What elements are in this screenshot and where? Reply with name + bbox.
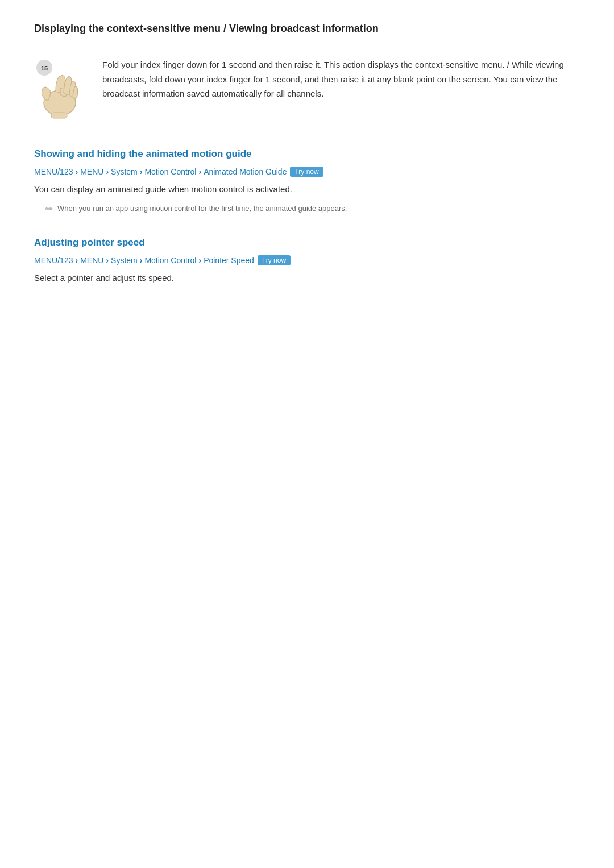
page-title: Displaying the context-sensitive menu / … <box>34 23 580 40</box>
breadcrumb-sep-4: › <box>198 167 201 176</box>
breadcrumb-sep-3: › <box>140 167 143 176</box>
breadcrumb2-item-menu123[interactable]: MENU/123 <box>34 256 73 265</box>
section1-note: ✏ When you run an app using motion contr… <box>34 203 580 214</box>
breadcrumb2-sep-2: › <box>106 256 109 265</box>
try-now-badge-2[interactable]: Try now <box>258 255 291 265</box>
try-now-badge-1[interactable]: Try now <box>290 167 323 177</box>
breadcrumb-item-system[interactable]: System <box>111 167 138 176</box>
breadcrumb-item-menu123[interactable]: MENU/123 <box>34 167 73 176</box>
section2-breadcrumb: MENU/123 › MENU › System › Motion Contro… <box>34 255 580 265</box>
hand-icon: 15 <box>34 57 85 120</box>
breadcrumb-item-animated-motion-guide[interactable]: Animated Motion Guide <box>204 167 287 176</box>
breadcrumb2-sep-1: › <box>75 256 78 265</box>
svg-text:15: 15 <box>41 65 48 72</box>
section2-description: Select a pointer and adjust its speed. <box>34 271 580 285</box>
section1-note-text: When you run an app using motion control… <box>57 203 347 214</box>
breadcrumb-sep-2: › <box>106 167 109 176</box>
breadcrumb2-item-system[interactable]: System <box>111 256 138 265</box>
section2-title: Adjusting pointer speed <box>34 237 580 248</box>
intro-section: 15 Fold your index finger down for 1 sec… <box>34 57 580 120</box>
breadcrumb2-item-motion-control[interactable]: Motion Control <box>144 256 196 265</box>
section1-title: Showing and hiding the animated motion g… <box>34 148 580 160</box>
svg-rect-3 <box>51 113 67 118</box>
pencil-icon: ✏ <box>45 203 53 214</box>
breadcrumb2-item-menu[interactable]: MENU <box>80 256 103 265</box>
intro-description: Fold your index finger down for 1 second… <box>102 57 580 101</box>
breadcrumb-sep-1: › <box>75 167 78 176</box>
breadcrumb-item-motion-control[interactable]: Motion Control <box>144 167 196 176</box>
section1-breadcrumb: MENU/123 › MENU › System › Motion Contro… <box>34 167 580 177</box>
section-pointer-speed: Adjusting pointer speed MENU/123 › MENU … <box>34 237 580 285</box>
breadcrumb-item-menu[interactable]: MENU <box>80 167 103 176</box>
section1-description: You can display an animated guide when m… <box>34 182 580 196</box>
breadcrumb2-sep-3: › <box>140 256 143 265</box>
section-animated-motion-guide: Showing and hiding the animated motion g… <box>34 148 580 214</box>
breadcrumb2-item-pointer-speed[interactable]: Pointer Speed <box>204 256 254 265</box>
breadcrumb2-sep-4: › <box>198 256 201 265</box>
